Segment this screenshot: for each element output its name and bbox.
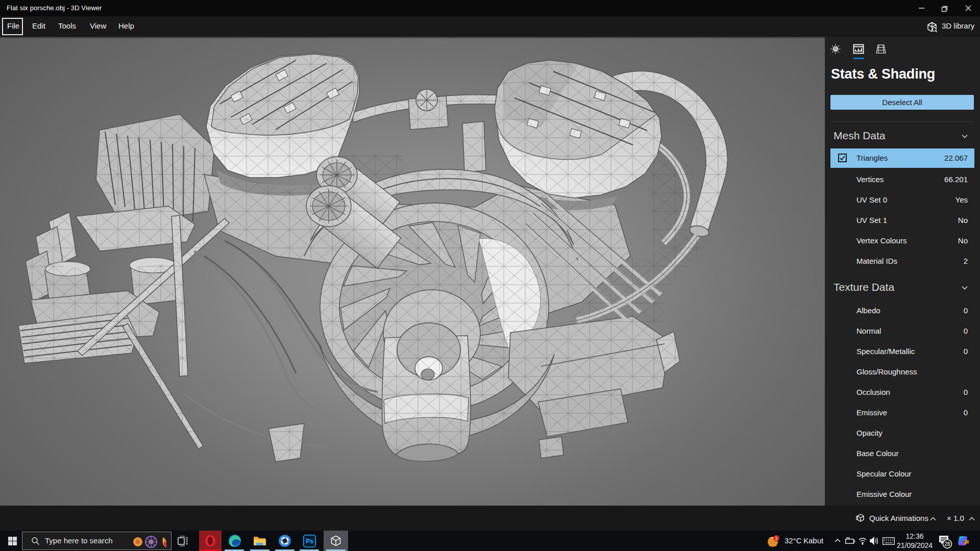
svg-text:1: 1: [775, 536, 777, 541]
svg-text:PRE: PRE: [964, 540, 970, 543]
svg-text:28: 28: [944, 541, 950, 547]
svg-text:Ps: Ps: [306, 538, 313, 545]
